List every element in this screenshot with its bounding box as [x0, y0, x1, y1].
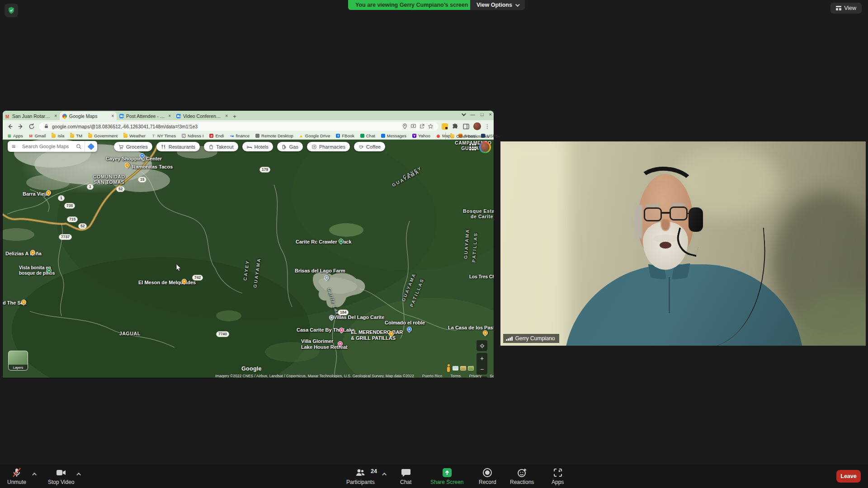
bookmark-item[interactable]: T NY Times: [151, 133, 176, 138]
map-label[interactable]: El Meson de Melquiades: [138, 280, 196, 286]
terms-link[interactable]: Terms: [450, 374, 461, 378]
stop-video-button[interactable]: Stop Video: [48, 467, 75, 485]
chip-takeout[interactable]: Takeout: [204, 142, 238, 151]
google-maps-satellite-view[interactable]: Cayey Shopping Center Ramonitas Tacos CO…: [3, 140, 494, 378]
chip-coffee[interactable]: Coffee: [354, 142, 385, 151]
minimize-window-icon[interactable]: —: [470, 112, 475, 117]
bookmark-item[interactable]: Isla: [52, 133, 64, 138]
google-account-avatar[interactable]: [479, 141, 491, 153]
map-label[interactable]: Colmado el roble: [385, 320, 425, 326]
apps-button[interactable]: Apps: [552, 467, 564, 485]
imagery-thumbnail[interactable]: [468, 366, 474, 371]
bookmark-item[interactable]: ▲ Google Drive: [299, 133, 330, 138]
map-label[interactable]: Brisas del Lago Farm: [295, 268, 345, 274]
bookmark-item[interactable]: ⊞ Apps: [7, 133, 23, 138]
grey-hair: [634, 205, 642, 239]
bookmark-item[interactable]: Messages: [381, 133, 406, 138]
region-link[interactable]: Puerto Rico: [422, 374, 442, 378]
location-pin-icon[interactable]: [402, 123, 408, 129]
chip-pharmacies[interactable]: Pharmacies: [307, 142, 350, 151]
apps-grid-icon: ⊞: [7, 134, 11, 138]
unmute-button[interactable]: Unmute: [7, 467, 26, 485]
back-icon[interactable]: [6, 123, 14, 130]
tab-search-icon[interactable]: [462, 112, 466, 116]
bookmark-item[interactable]: e Endi: [209, 133, 224, 138]
send-feedback-link[interactable]: Send feedback: [490, 374, 494, 378]
map-label[interactable]: La Casa de los Pasteles: [448, 325, 494, 331]
chip-groceries[interactable]: Groceries: [114, 142, 152, 151]
road-shield: 1: [87, 184, 94, 190]
chip-hotels[interactable]: Hotels: [242, 142, 273, 151]
participants-options-chevron[interactable]: [382, 473, 387, 477]
install-app-icon[interactable]: [410, 123, 416, 129]
reload-icon[interactable]: [28, 123, 35, 130]
search-icon[interactable]: [73, 141, 85, 152]
bookmark-item[interactable]: TM: [70, 133, 82, 138]
google-apps-grid-icon[interactable]: [469, 144, 476, 150]
tab-close-icon[interactable]: ×: [225, 113, 228, 118]
bookmark-star-icon[interactable]: [428, 123, 434, 129]
view-button[interactable]: View: [830, 3, 862, 14]
record-button[interactable]: Record: [479, 467, 496, 485]
menu-hamburger-icon[interactable]: ≡: [8, 141, 19, 152]
reactions-button[interactable]: Reactions: [510, 467, 534, 485]
tab-post-attendee-zoom[interactable]: Post Attendee - Zoom ×: [117, 112, 174, 120]
my-location-button[interactable]: [476, 340, 487, 351]
imagery-thumbnail[interactable]: [460, 366, 466, 371]
tab-close-icon[interactable]: ×: [54, 113, 57, 118]
zoom-out-button[interactable]: −: [476, 364, 487, 375]
search-input[interactable]: [19, 141, 73, 152]
bookmark-item[interactable]: M Gmail: [29, 133, 46, 138]
meeting-info-button[interactable]: [5, 4, 18, 17]
browser-profile-avatar[interactable]: [473, 122, 481, 130]
privacy-link[interactable]: Privacy: [469, 374, 481, 378]
view-options-button[interactable]: View Options: [470, 0, 525, 10]
maximize-window-icon[interactable]: □: [481, 112, 484, 117]
nytimes-icon: T: [151, 134, 156, 138]
zoom-in-button[interactable]: +: [476, 353, 487, 364]
bookmark-item[interactable]: Chat: [360, 133, 375, 138]
map-label[interactable]: Cayey Shopping Center: [106, 156, 162, 162]
tab-close-icon[interactable]: ×: [111, 113, 114, 118]
directions-button[interactable]: [85, 141, 97, 152]
share-page-icon[interactable]: [419, 123, 425, 129]
chat-button[interactable]: Chat: [400, 467, 411, 485]
chip-restaurants[interactable]: Restaurants: [156, 142, 200, 151]
maps-search-box[interactable]: ≡: [8, 141, 97, 152]
map-label[interactable]: EL MERENDERO BAR & GRILL PATILLAS: [351, 329, 403, 341]
share-screen-button[interactable]: Share Screen: [430, 467, 463, 485]
map-label[interactable]: Delizias A Leña: [5, 251, 42, 257]
bookmark-item[interactable]: Y Yahoo: [412, 133, 430, 138]
tab-close-icon[interactable]: ×: [168, 113, 171, 118]
pegman-icon[interactable]: [446, 364, 451, 372]
imagery-thumbnail[interactable]: [453, 366, 458, 371]
layers-control[interactable]: Layers: [8, 351, 28, 371]
forward-icon[interactable]: [17, 123, 24, 130]
tab-san-juan-rotary[interactable]: San Juan Rotary Meeting Today ×: [3, 112, 60, 120]
bookmark-item[interactable]: N Ndress I: [182, 133, 203, 138]
tab-video-conferencing[interactable]: Video Conferencing, Cloud Phon ×: [174, 112, 231, 120]
bookmark-item[interactable]: Remote Desktop: [255, 133, 293, 138]
audio-options-chevron[interactable]: [32, 473, 37, 477]
apps-icon: [552, 467, 563, 478]
video-options-chevron[interactable]: [76, 473, 81, 477]
chip-gas[interactable]: Gas: [277, 142, 303, 151]
map-label[interactable]: Ramonitas Tacos: [132, 164, 173, 170]
extension-icon[interactable]: [442, 123, 448, 130]
map-label[interactable]: Barra Vieja: [23, 191, 48, 197]
bookmark-item[interactable]: Weather: [123, 133, 146, 138]
side-panel-icon[interactable]: [462, 123, 470, 130]
tab-google-maps[interactable]: Google Maps ×: [60, 112, 117, 120]
other-bookmarks-button[interactable]: Other bookmarks: [445, 132, 489, 140]
browser-menu-icon[interactable]: ⋮: [485, 123, 490, 130]
bookmark-item[interactable]: ↝ finance: [230, 133, 250, 138]
close-window-icon[interactable]: ×: [489, 112, 492, 117]
address-bar[interactable]: google.com/maps/@18.0836512,-66.1263041,…: [39, 122, 438, 131]
bookmark-item[interactable]: f FBook: [336, 133, 354, 138]
new-tab-button[interactable]: +: [231, 112, 239, 120]
bookmark-item[interactable]: Government: [88, 133, 118, 138]
map-label[interactable]: Casa Carite By The Lake: [297, 327, 354, 333]
participant-video-tile[interactable]: Gerry Cumpiano: [500, 141, 866, 346]
leave-button[interactable]: Leave: [836, 470, 861, 483]
extensions-puzzle-icon[interactable]: [452, 123, 459, 130]
